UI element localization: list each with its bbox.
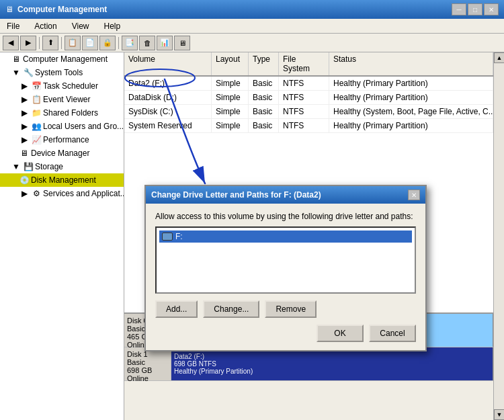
dialog-body: Allow access to this volume by using the… bbox=[146, 204, 425, 350]
change-button[interactable]: Change... bbox=[203, 300, 259, 318]
change-drive-letter-dialog: Change Drive Letter and Paths for F: (Da… bbox=[144, 185, 427, 351]
drive-letter-label: F: bbox=[175, 232, 183, 241]
ok-button[interactable]: OK bbox=[317, 325, 364, 342]
add-button[interactable]: Add... bbox=[155, 300, 198, 318]
listbox-item-f[interactable]: F: bbox=[159, 230, 412, 243]
drive-icon bbox=[162, 233, 173, 241]
cancel-button[interactable]: Cancel bbox=[369, 325, 416, 342]
dialog-close-button[interactable]: ✕ bbox=[408, 190, 420, 200]
remove-button[interactable]: Remove bbox=[265, 300, 317, 318]
dialog-ok-cancel-buttons: OK Cancel bbox=[155, 325, 416, 342]
dialog-overlay: Change Drive Letter and Paths for F: (Da… bbox=[0, 0, 504, 420]
dialog-description: Allow access to this volume by using the… bbox=[155, 212, 416, 221]
dialog-action-buttons: Add... Change... Remove bbox=[155, 300, 416, 318]
dialog-title-text: Change Drive Letter and Paths for F: (Da… bbox=[151, 190, 321, 200]
dialog-title-bar: Change Drive Letter and Paths for F: (Da… bbox=[146, 186, 425, 204]
dialog-listbox[interactable]: F: bbox=[155, 226, 416, 294]
